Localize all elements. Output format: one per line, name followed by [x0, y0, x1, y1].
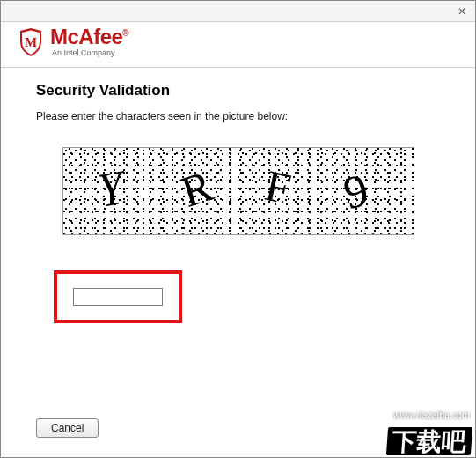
svg-text:M: M — [25, 35, 37, 49]
captcha-image: Y R F 9 — [62, 147, 414, 235]
instruction-text: Please enter the characters seen in the … — [36, 110, 440, 122]
footer: Cancel — [36, 418, 99, 438]
titlebar: ✕ — [1, 1, 475, 22]
captcha-input[interactable] — [73, 288, 163, 306]
mcafee-shield-icon: M — [18, 28, 43, 56]
watermark: www.xiazaiba.com 下载吧 — [352, 409, 475, 457]
page-title: Security Validation — [36, 82, 440, 100]
captcha-char-1: Y — [93, 159, 127, 218]
input-highlight-box — [54, 270, 182, 323]
close-button[interactable]: ✕ — [454, 4, 470, 19]
close-icon: ✕ — [458, 5, 466, 18]
brand-tagline: An Intel Company — [52, 49, 128, 57]
cancel-button[interactable]: Cancel — [36, 418, 99, 438]
watermark-badge: 下载吧 — [386, 427, 472, 455]
captcha-char-3: F — [260, 159, 295, 215]
brand-header: M McAfee® An Intel Company — [1, 22, 475, 68]
captcha-char-4: 9 — [338, 162, 373, 219]
captcha-char-2: R — [174, 159, 218, 217]
content-area: Security Validation Please enter the cha… — [1, 68, 475, 323]
watermark-url: www.xiazaiba.com — [393, 410, 470, 420]
brand-name: McAfee® — [50, 26, 128, 48]
brand-text: McAfee® An Intel Company — [50, 26, 128, 57]
